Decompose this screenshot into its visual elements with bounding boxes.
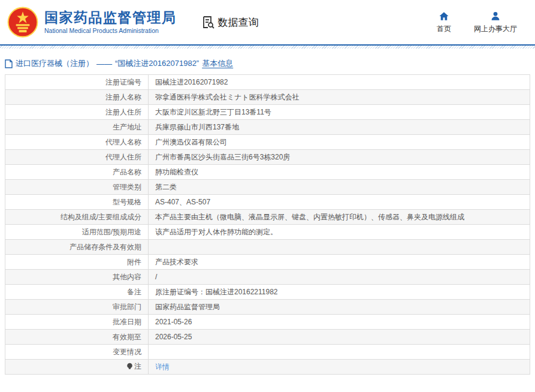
table-row: 注册人名称 弥拿通医科学株式会社ミナト医科学株式会社 bbox=[5, 90, 530, 105]
breadcrumb-page-label: 基本信息 bbox=[202, 58, 233, 69]
field-label: 审批部门 bbox=[5, 300, 149, 315]
top-nav: 首页 网上办事大厅 bbox=[437, 11, 535, 34]
table-row: 注 详情 bbox=[5, 360, 530, 375]
field-label: 适用范围/预期用途 bbox=[5, 225, 149, 240]
table-row: 其他内容 / bbox=[5, 270, 530, 285]
field-label: 注册人住所 bbox=[5, 105, 149, 120]
data-query-label: 数据查询 bbox=[218, 16, 259, 29]
table-row: 审批部门 国家药品监督管理局 bbox=[5, 300, 530, 315]
field-value: 产品技术要求 bbox=[149, 255, 530, 270]
table-row: 结构及组成/主要组成成分 本产品主要由主机（微电脑、液晶显示屏、键盘、内置热敏打… bbox=[5, 210, 530, 225]
site-header: 国家药品监督管理局 National Medical Products Admi… bbox=[0, 0, 535, 44]
table-row: 附件 产品技术要求 bbox=[5, 255, 530, 270]
field-value bbox=[149, 345, 530, 360]
field-label: 管理类别 bbox=[5, 180, 149, 195]
field-label: 有效期至 bbox=[5, 330, 149, 345]
nav-home-label: 首页 bbox=[437, 24, 451, 34]
table-row: 适用范围/预期用途 该产品适用于对人体作肺功能的测定。 bbox=[5, 225, 530, 240]
table-row: 备注 原注册证编号：国械注进20162211982 bbox=[5, 285, 530, 300]
table-row: 有效期至 2026-05-25 bbox=[5, 330, 530, 345]
document-search-icon bbox=[201, 15, 215, 29]
field-label: 批准日期 bbox=[5, 315, 149, 330]
field-label: 型号规格 bbox=[5, 195, 149, 210]
field-label: 生产地址 bbox=[5, 120, 149, 135]
field-value: 2021-05-26 bbox=[149, 315, 530, 330]
field-value: 广州市番禺区沙头街嘉品三街6号3栋320房 bbox=[149, 150, 530, 165]
field-label: 其他内容 bbox=[5, 270, 149, 285]
table-row: 注册人住所 大阪市淀川区新北野三丁目13番11号 bbox=[5, 105, 530, 120]
field-label: 产品名称 bbox=[5, 165, 149, 180]
field-value: / bbox=[149, 270, 530, 285]
field-label: 结构及组成/主要组成成分 bbox=[5, 210, 149, 225]
field-label: 附件 bbox=[5, 255, 149, 270]
table-row: 注册证编号 国械注进20162071982 bbox=[5, 75, 530, 90]
data-query-title: 数据查询 bbox=[201, 15, 259, 29]
field-label: 变更情况 bbox=[5, 345, 149, 360]
nav-service-hall[interactable]: 网上办事大厅 bbox=[474, 11, 517, 34]
registration-info-table: 注册证编号 国械注进20162071982 注册人名称 弥拿通医科学株式会社ミナ… bbox=[5, 74, 530, 375]
org-name-en: National Medical Products Administration bbox=[44, 27, 177, 34]
field-value: 详情 bbox=[149, 360, 530, 375]
table-row: 型号规格 AS-407、AS-507 bbox=[5, 195, 530, 210]
breadcrumb: 进口医疗器械（注册） —— “国械注进20162071982” 基本信息 bbox=[0, 49, 535, 74]
field-value: 大阪市淀川区新北野三丁目13番11号 bbox=[149, 105, 530, 120]
field-label: 注 bbox=[5, 360, 149, 375]
table-row: 变更情况 bbox=[5, 345, 530, 360]
table-row: 生产地址 兵庫県篠山市川西137番地 bbox=[5, 120, 530, 135]
field-value: 国械注进20162071982 bbox=[149, 75, 530, 90]
org-name-cn: 国家药品监督管理局 bbox=[44, 10, 177, 25]
field-value: 肺功能检查仪 bbox=[149, 165, 530, 180]
field-value: 广州澳迅仪器有限公司 bbox=[149, 135, 530, 150]
breadcrumb-separator: —— bbox=[96, 59, 112, 68]
page-icon bbox=[5, 59, 13, 68]
field-value: 原注册证编号：国械注进20162211982 bbox=[149, 285, 530, 300]
field-value: 第二类 bbox=[149, 180, 530, 195]
field-value: 2026-05-25 bbox=[149, 330, 530, 345]
user-icon bbox=[490, 11, 501, 22]
field-value: 弥拿通医科学株式会社ミナト医科学株式会社 bbox=[149, 90, 530, 105]
org-title-block: 国家药品监督管理局 National Medical Products Admi… bbox=[44, 10, 177, 34]
field-label: 注册人名称 bbox=[5, 90, 149, 105]
field-label: 注册证编号 bbox=[5, 75, 149, 90]
field-value bbox=[149, 240, 530, 255]
table-row: 产品储存条件及有效期 bbox=[5, 240, 530, 255]
field-value: 该产品适用于对人体作肺功能的测定。 bbox=[149, 225, 530, 240]
breadcrumb-cert-number: “国械注进20162071982” bbox=[115, 58, 199, 69]
table-row: 管理类别 第二类 bbox=[5, 180, 530, 195]
table-row: 批准日期 2021-05-26 bbox=[5, 315, 530, 330]
table-row: 代理人住所 广州市番禺区沙头街嘉品三街6号3栋320房 bbox=[5, 150, 530, 165]
note-label: 注 bbox=[134, 361, 141, 372]
note-details-link[interactable]: 详情 bbox=[155, 363, 170, 371]
home-icon bbox=[439, 11, 449, 22]
logo-group: 国家药品监督管理局 National Medical Products Admi… bbox=[7, 7, 177, 38]
national-emblem-logo-icon bbox=[7, 7, 38, 38]
breadcrumb-list-name[interactable]: 进口医疗器械（注册） bbox=[16, 58, 93, 69]
nav-service-hall-label: 网上办事大厅 bbox=[474, 24, 517, 34]
nav-home[interactable]: 首页 bbox=[437, 11, 451, 34]
field-label: 代理人住所 bbox=[5, 150, 149, 165]
field-label: 备注 bbox=[5, 285, 149, 300]
table-row: 产品名称 肺功能检查仪 bbox=[5, 165, 530, 180]
field-value: 兵庫県篠山市川西137番地 bbox=[149, 120, 530, 135]
bulb-icon bbox=[126, 363, 133, 370]
field-label: 代理人名称 bbox=[5, 135, 149, 150]
field-value: 国家药品监督管理局 bbox=[149, 300, 530, 315]
field-value: AS-407、AS-507 bbox=[149, 195, 530, 210]
field-value: 本产品主要由主机（微电脑、液晶显示屏、键盘、内置热敏打印机）、传感器、鼻夹及电源… bbox=[149, 210, 530, 225]
field-label: 产品储存条件及有效期 bbox=[5, 240, 149, 255]
table-row: 代理人名称 广州澳迅仪器有限公司 bbox=[5, 135, 530, 150]
